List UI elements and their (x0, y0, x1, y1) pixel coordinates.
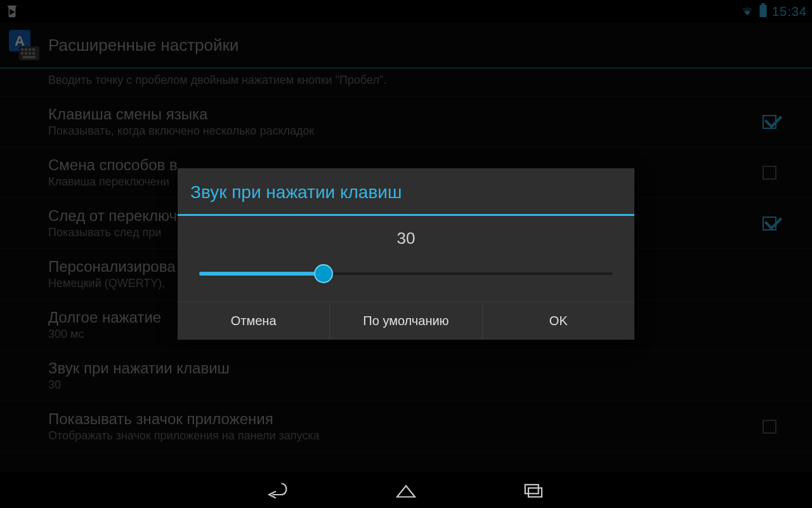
slider-track-fill (199, 272, 324, 276)
dialog-value: 30 (178, 216, 634, 255)
svg-rect-14 (525, 485, 539, 493)
dialog-title: Звук при нажатии клавиш (178, 168, 634, 216)
default-button[interactable]: По умолчанию (330, 302, 482, 340)
navigation-bar (0, 472, 812, 508)
sound-volume-dialog: Звук при нажатии клавиш 30 Отмена По умо… (178, 168, 634, 340)
volume-slider[interactable] (199, 267, 613, 280)
cancel-button[interactable]: Отмена (178, 302, 330, 340)
slider-thumb[interactable] (314, 264, 333, 283)
recent-apps-icon[interactable] (520, 480, 546, 500)
dialog-button-row: Отмена По умолчанию OK (178, 302, 634, 340)
home-icon[interactable] (393, 480, 419, 500)
ok-button[interactable]: OK (483, 302, 634, 340)
back-icon[interactable] (266, 480, 292, 500)
svg-rect-15 (528, 488, 542, 497)
